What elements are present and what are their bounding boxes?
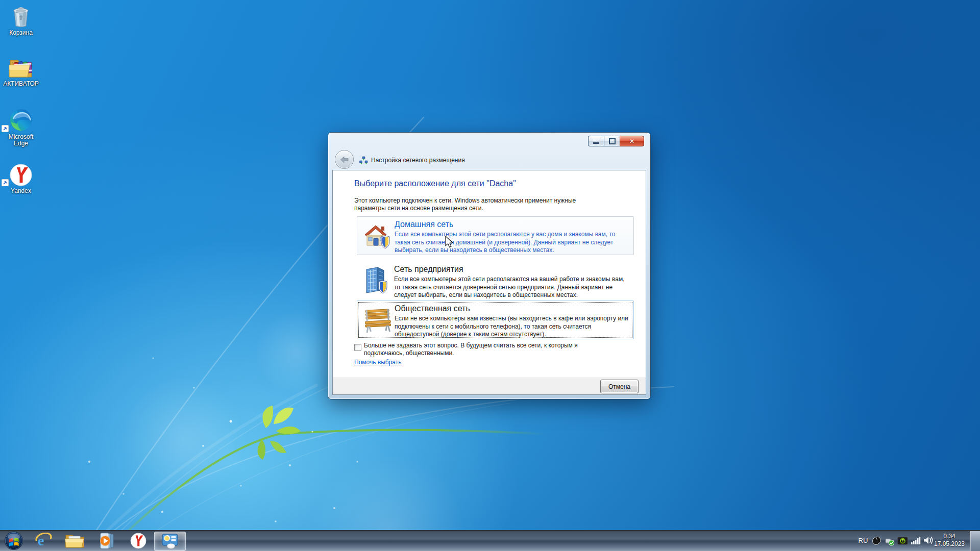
- back-button[interactable]: [335, 150, 354, 169]
- dialog-titlebar[interactable]: Настройка сетевого размещения ✕: [328, 133, 650, 170]
- checkbox-box[interactable]: [354, 344, 361, 351]
- close-icon: ✕: [629, 138, 634, 145]
- desktop-icon-yandex[interactable]: Yandex: [1, 161, 41, 194]
- tray-clock[interactable]: 0:34 17.05.2023: [931, 533, 968, 548]
- internet-explorer-icon: e: [35, 533, 52, 549]
- desktop-icon-label: Корзина: [1, 30, 41, 36]
- dialog-intro-text: Этот компьютер подключен к сети. Windows…: [354, 197, 585, 212]
- shortcut-arrow-icon: [2, 125, 9, 132]
- dialog-heading: Выберите расположение для сети "Dacha": [354, 179, 516, 188]
- maximize-button[interactable]: [604, 136, 620, 146]
- activator-folder-icon: [8, 55, 34, 80]
- windows-explorer-icon: [65, 533, 85, 549]
- option-title: Сеть предприятия: [394, 265, 463, 274]
- option-work-network[interactable]: Сеть предприятия Если все компьютеры это…: [357, 262, 634, 300]
- minimize-icon: [593, 142, 599, 144]
- window-controls: ✕: [588, 136, 644, 146]
- option-title: Общественная сеть: [395, 304, 470, 313]
- desktop-icon-label: Microsoft Edge: [1, 134, 41, 147]
- yandex-icon: [9, 163, 33, 187]
- media-player-icon: [99, 532, 116, 549]
- option-description: Если все компьютеры этой сети располагаю…: [394, 276, 628, 299]
- option-public-network[interactable]: Общественная сеть Если не все компьютеры…: [357, 300, 634, 339]
- taskbar: e: [0, 530, 980, 551]
- show-desktop-button[interactable]: [970, 531, 980, 551]
- network-setup-window-icon: [161, 533, 179, 549]
- desktop-icon-microsoft-edge[interactable]: Microsoft Edge: [1, 107, 41, 147]
- network-location-dialog: Настройка сетевого размещения ✕ Выберите…: [328, 133, 650, 399]
- taskbar-network-setup-window[interactable]: [154, 532, 186, 551]
- taskbar-yandex-browser[interactable]: [128, 532, 149, 550]
- public-network-icon: [362, 306, 393, 333]
- desktop-icon-activator[interactable]: АКТИВАТОР: [1, 54, 41, 87]
- safely-remove-usb-icon[interactable]: [884, 536, 895, 546]
- minimize-button[interactable]: [588, 136, 604, 146]
- back-arrow-icon: [340, 156, 349, 163]
- taskbar-media-player[interactable]: [96, 532, 118, 550]
- nvidia-settings-icon[interactable]: [897, 536, 908, 546]
- help-me-choose-link[interactable]: Помочь выбрать: [354, 359, 402, 366]
- desktop-icon-label: Yandex: [1, 188, 41, 194]
- network-signal-icon[interactable]: [911, 536, 921, 545]
- option-title: Домашняя сеть: [395, 220, 453, 229]
- tray-time: 0:34: [931, 533, 968, 540]
- wallpaper-sprout-leaves: [258, 406, 301, 460]
- dialog-footer: Отмена: [333, 378, 646, 394]
- desktop-icon-label: АКТИВАТОР: [1, 81, 41, 87]
- start-button[interactable]: [3, 532, 24, 550]
- edge-icon: [9, 108, 33, 133]
- maximize-icon: [609, 138, 616, 144]
- taskbar-windows-explorer[interactable]: [63, 532, 87, 550]
- mouse-utility-icon[interactable]: [871, 536, 882, 546]
- shortcut-arrow-icon: [2, 179, 9, 186]
- language-indicator[interactable]: RU: [855, 537, 871, 544]
- desktop: Корзина АКТИВАТОР: [0, 0, 980, 551]
- checkbox-label: Больше не задавать этот вопрос. В будуще…: [364, 342, 581, 357]
- dialog-title: Настройка сетевого размещения: [371, 157, 465, 164]
- recycle-bin-icon: [9, 4, 33, 29]
- work-network-icon: [361, 266, 391, 295]
- dont-ask-again-checkbox[interactable]: Больше не задавать этот вопрос. В будуще…: [354, 342, 581, 357]
- desktop-icon-recycle-bin[interactable]: Корзина: [1, 3, 41, 36]
- option-home-network[interactable]: Домашняя сеть Если все компьютеры этой с…: [357, 216, 634, 255]
- cancel-button[interactable]: Отмена: [600, 380, 639, 393]
- yandex-browser-icon: [130, 533, 146, 549]
- option-description: Если не все компьютеры вам известны (вы …: [395, 315, 628, 339]
- tray-date: 17.05.2023: [931, 540, 968, 548]
- close-button[interactable]: ✕: [620, 136, 644, 146]
- taskbar-internet-explorer[interactable]: e: [33, 532, 54, 550]
- windows-start-orb-icon: [4, 531, 23, 550]
- option-description: Если все компьютеры этой сети располагаю…: [395, 231, 628, 255]
- dialog-client-area: Выберите расположение для сети "Dacha" Э…: [332, 170, 646, 395]
- home-network-icon: [362, 221, 391, 250]
- network-location-icon: [359, 156, 368, 165]
